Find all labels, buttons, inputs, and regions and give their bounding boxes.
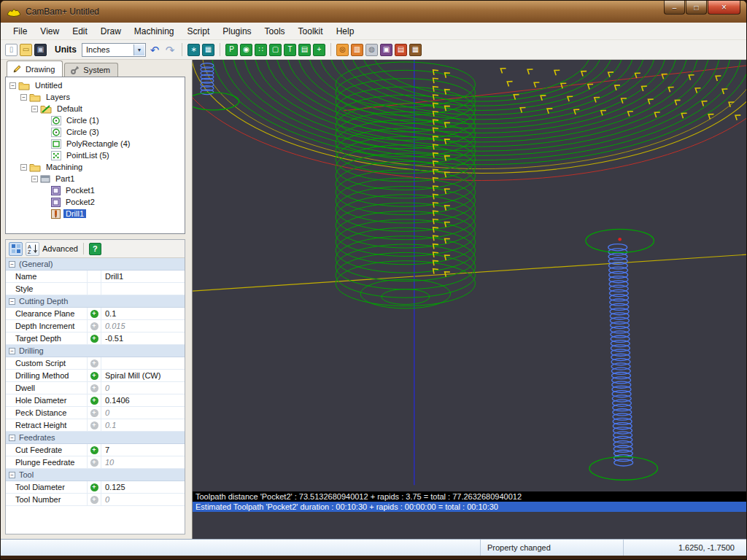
draw-transform-icon[interactable]: + bbox=[313, 44, 325, 56]
view-grid-icon[interactable]: ▦ bbox=[202, 44, 214, 56]
simulate-icon[interactable]: ▦ bbox=[409, 44, 422, 56]
expand-value-icon[interactable]: + bbox=[90, 335, 98, 343]
tree-item-circle-3[interactable]: Circle (3) bbox=[6, 126, 185, 138]
property-row-custom-script[interactable]: Custom Script+ bbox=[6, 357, 185, 370]
property-row-retract-height[interactable]: Retract Height+0.1 bbox=[6, 419, 185, 432]
draw-polyline-icon[interactable]: P bbox=[225, 44, 238, 56]
machine-drill-icon[interactable]: ◍ bbox=[365, 44, 378, 56]
advanced-label[interactable]: Advanced bbox=[42, 244, 78, 253]
property-section-cutting-depth[interactable]: −Cutting Depth bbox=[6, 295, 185, 308]
property-value[interactable]: Drill1 bbox=[101, 271, 185, 282]
tree-collapse-icon[interactable]: − bbox=[20, 164, 27, 171]
property-value[interactable]: 7 bbox=[101, 444, 185, 456]
property-value[interactable]: 0.1406 bbox=[101, 394, 185, 406]
machine-profile-icon[interactable]: ▥ bbox=[351, 44, 363, 56]
property-value[interactable]: 0 bbox=[101, 382, 185, 394]
property-section-feedrates[interactable]: −Feedrates bbox=[6, 432, 185, 444]
tree-collapse-icon[interactable]: − bbox=[9, 82, 16, 89]
tree-item-circle-1[interactable]: Circle (1) bbox=[6, 114, 185, 126]
property-value[interactable] bbox=[101, 357, 185, 369]
minimize-button[interactable]: – bbox=[664, 1, 685, 15]
section-collapse-icon[interactable]: − bbox=[9, 261, 15, 268]
maximize-button[interactable]: □ bbox=[686, 1, 707, 15]
section-collapse-icon[interactable]: − bbox=[9, 435, 15, 441]
tree-item-label[interactable]: Default bbox=[55, 104, 85, 113]
menu-machining[interactable]: Machining bbox=[128, 24, 181, 39]
property-value[interactable]: 0.1 bbox=[101, 308, 185, 319]
chevron-down-icon[interactable]: ▼ bbox=[133, 44, 144, 55]
machine-engrave-icon[interactable]: ▣ bbox=[380, 44, 392, 56]
menu-plugins[interactable]: Plugins bbox=[216, 24, 258, 39]
tree-item-untitled[interactable]: −Untitled bbox=[6, 79, 185, 91]
tree-item-part1[interactable]: −Part1 bbox=[6, 173, 185, 184]
draw-circle-icon[interactable]: ◉ bbox=[240, 44, 252, 56]
default-value-icon[interactable]: + bbox=[90, 421, 98, 429]
panel-splitter[interactable] bbox=[1, 234, 192, 239]
tree-item-label[interactable]: PointList (5) bbox=[64, 151, 112, 160]
property-row-name[interactable]: NameDrill1 bbox=[6, 271, 185, 283]
save-icon[interactable]: ▣ bbox=[34, 44, 47, 56]
draw-surface-icon[interactable]: ▤ bbox=[298, 44, 311, 56]
redo-icon[interactable]: ↷ bbox=[163, 44, 177, 56]
tab-system[interactable]: System bbox=[64, 63, 118, 77]
default-value-icon[interactable]: + bbox=[90, 322, 98, 330]
titlebar[interactable]: CamBam+ Untitled – □ × bbox=[1, 1, 746, 23]
tree-collapse-icon[interactable]: − bbox=[20, 94, 27, 101]
menu-view[interactable]: View bbox=[34, 24, 66, 39]
default-value-icon[interactable]: + bbox=[90, 459, 98, 467]
property-section-tool[interactable]: −Tool bbox=[6, 469, 185, 481]
categorized-view-icon[interactable] bbox=[9, 242, 23, 256]
expand-value-icon[interactable]: + bbox=[90, 483, 98, 491]
property-row-style[interactable]: Style bbox=[6, 283, 185, 295]
expand-value-icon[interactable]: + bbox=[90, 310, 98, 318]
default-value-icon[interactable]: + bbox=[90, 359, 98, 368]
property-value[interactable]: 0 bbox=[101, 407, 185, 419]
tree-item-layers[interactable]: −Layers bbox=[6, 91, 185, 103]
expand-value-icon[interactable]: + bbox=[90, 397, 98, 405]
property-row-hole-diameter[interactable]: Hole Diameter+0.1406 bbox=[6, 394, 185, 407]
property-value[interactable]: 0.015 bbox=[101, 320, 185, 332]
menu-toolkit[interactable]: Toolkit bbox=[292, 24, 330, 39]
tree-item-label[interactable]: Layers bbox=[44, 93, 72, 101]
property-value[interactable]: 0.1 bbox=[101, 419, 185, 431]
property-section-general[interactable]: −(General) bbox=[6, 258, 185, 271]
undo-icon[interactable]: ↶ bbox=[148, 44, 161, 56]
property-value[interactable]: 0.125 bbox=[101, 481, 185, 493]
units-combo[interactable]: Inches▼ bbox=[82, 43, 146, 57]
new-file-icon[interactable]: ▯ bbox=[5, 44, 18, 56]
menu-edit[interactable]: Edit bbox=[66, 24, 94, 39]
expand-value-icon[interactable]: + bbox=[90, 372, 98, 380]
section-collapse-icon[interactable]: − bbox=[9, 472, 15, 478]
section-collapse-icon[interactable]: − bbox=[9, 298, 15, 305]
property-row-peck-distance[interactable]: Peck Distance+0 bbox=[6, 407, 185, 419]
viewport-3d[interactable]: Toolpath distance 'Pocket2' : 73.5132680… bbox=[192, 60, 746, 539]
property-row-clearance-plane[interactable]: Clearance Plane+0.1 bbox=[6, 308, 185, 320]
default-value-icon[interactable]: + bbox=[90, 409, 98, 417]
tree-item-default[interactable]: −Default bbox=[6, 103, 185, 114]
property-value[interactable]: -0.51 bbox=[101, 332, 185, 344]
tree-collapse-icon[interactable]: − bbox=[31, 176, 38, 182]
property-row-tool-diameter[interactable]: Tool Diameter+0.125 bbox=[6, 481, 185, 494]
machine-pocket-icon[interactable]: ◎ bbox=[336, 44, 349, 56]
menu-script[interactable]: Script bbox=[181, 24, 217, 39]
default-value-icon[interactable]: + bbox=[90, 496, 98, 504]
property-row-cut-feedrate[interactable]: Cut Feedrate+7 bbox=[6, 444, 185, 456]
menu-draw[interactable]: Draw bbox=[94, 24, 128, 39]
draw-rectangle-icon[interactable]: ▢ bbox=[269, 44, 282, 56]
tree-item-label[interactable]: Pocket1 bbox=[63, 186, 97, 195]
tree-item-label[interactable]: Drill1 bbox=[63, 209, 86, 218]
property-value[interactable] bbox=[101, 283, 185, 295]
section-collapse-icon[interactable]: − bbox=[9, 348, 15, 354]
tree-collapse-icon[interactable]: − bbox=[31, 106, 38, 112]
property-row-tool-number[interactable]: Tool Number+0 bbox=[6, 494, 185, 506]
sort-alphabetical-icon[interactable]: AZ bbox=[26, 242, 39, 256]
menu-tools[interactable]: Tools bbox=[258, 24, 292, 39]
expand-value-icon[interactable]: + bbox=[90, 446, 98, 454]
property-value[interactable]: 10 bbox=[101, 456, 185, 468]
property-row-plunge-feedrate[interactable]: Plunge Feedrate+10 bbox=[6, 456, 185, 469]
tree-item-polyrectangle-4[interactable]: PolyRectangle (4) bbox=[6, 138, 185, 149]
tree-item-pocket1[interactable]: Pocket1 bbox=[6, 184, 185, 196]
open-folder-icon[interactable]: ▭ bbox=[20, 44, 32, 56]
property-row-dwell[interactable]: Dwell+0 bbox=[6, 382, 185, 394]
tree-item-label[interactable]: Circle (1) bbox=[64, 116, 101, 125]
